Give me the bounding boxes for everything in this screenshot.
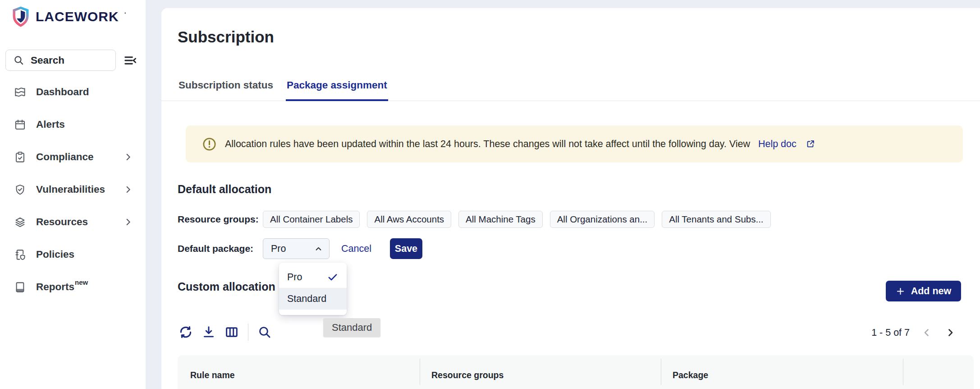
previous-page-button[interactable] — [920, 326, 933, 339]
alert-banner: Allocation rules have been updated withi… — [186, 125, 963, 162]
search-icon — [13, 55, 24, 66]
default-package-row: Default package: Pro Cancel Save — [178, 238, 422, 259]
sidebar-item-label: Resources — [36, 216, 123, 228]
tab-bar: Subscription status Package assignment — [161, 73, 980, 101]
column-divider — [903, 359, 903, 385]
chevron-left-icon — [921, 327, 932, 338]
default-allocation-heading: Default allocation — [178, 183, 271, 196]
resource-group-chip[interactable]: All Tenants and Subs... — [662, 211, 770, 228]
column-divider — [420, 359, 420, 385]
sidebar-item-label: Dashboard — [36, 86, 133, 98]
dropdown-option-standard[interactable]: Standard — [279, 288, 347, 310]
search-icon — [257, 325, 272, 339]
sidebar-item-resources[interactable]: Resources — [0, 206, 146, 238]
cancel-button[interactable]: Cancel — [341, 243, 371, 255]
table-header: Rule name Resource groups Package — [178, 355, 974, 389]
sidebar-item-label: Reports — [36, 281, 74, 293]
search-placeholder: Search — [31, 55, 64, 66]
table-search-button[interactable] — [256, 324, 273, 340]
sidebar: LACEWORK . Search — [0, 0, 146, 389]
chevron-right-icon — [123, 185, 133, 194]
compliance-icon — [14, 151, 26, 163]
sidebar-item-label: Policies — [36, 249, 133, 260]
plus-icon — [896, 287, 905, 296]
help-doc-link[interactable]: Help doc — [758, 139, 797, 150]
page-title: Subscription — [178, 28, 274, 46]
package-select-value: Pro — [271, 243, 314, 255]
sidebar-item-reports[interactable]: Reports new — [0, 271, 146, 303]
column-divider — [661, 359, 661, 385]
sidebar-item-policies[interactable]: Policies — [0, 238, 146, 271]
tab-package-assignment[interactable]: Package assignment — [286, 73, 388, 101]
save-button[interactable]: Save — [390, 238, 422, 259]
resource-group-chip[interactable]: All Aws Accounts — [367, 211, 451, 228]
standard-tooltip: Standard — [323, 318, 380, 337]
brand-logo[interactable]: LACEWORK . — [11, 6, 126, 28]
download-icon — [201, 325, 216, 339]
add-new-label: Add new — [911, 286, 952, 297]
resource-group-chip[interactable]: All Container Labels — [263, 211, 360, 228]
sidebar-item-alerts[interactable]: Alerts — [0, 108, 146, 141]
alerts-icon — [14, 118, 26, 131]
lacework-shield-icon — [11, 6, 30, 28]
alert-circle-icon — [202, 137, 217, 152]
search-input[interactable]: Search — [5, 50, 116, 71]
resource-group-chip[interactable]: All Organizations an... — [550, 211, 655, 228]
package-dropdown-menu: Pro Standard — [279, 263, 347, 315]
resource-groups-label: Resource groups: — [178, 214, 263, 225]
resources-icon — [14, 216, 26, 228]
chevron-up-icon — [314, 244, 323, 254]
sidebar-item-label: Compliance — [36, 151, 123, 163]
pagination-range: 1 - 5 of 7 — [871, 327, 910, 338]
columns-button[interactable] — [224, 324, 240, 340]
chevron-right-icon — [945, 327, 956, 338]
sidebar-item-label: Vulnerabilities — [36, 184, 123, 195]
custom-allocation-heading: Custom allocation — [178, 280, 275, 293]
toolbar-divider — [248, 324, 248, 341]
dashboard-icon — [14, 86, 26, 98]
refresh-button[interactable] — [178, 324, 194, 340]
sidebar-item-compliance[interactable]: Compliance — [0, 141, 146, 173]
sidebar-item-label: Alerts — [36, 119, 133, 130]
resource-groups-row: Resource groups: All Container Labels Al… — [178, 211, 771, 228]
collapse-sidebar-icon — [124, 54, 137, 67]
download-button[interactable] — [201, 324, 217, 340]
resource-group-chip[interactable]: All Machine Tags — [458, 211, 543, 228]
brand-wordmark: LACEWORK — [36, 9, 119, 24]
default-package-label: Default package: — [178, 243, 263, 254]
reports-icon — [14, 281, 26, 293]
columns-icon — [224, 325, 239, 339]
add-new-button[interactable]: Add new — [886, 281, 961, 301]
sidebar-item-vulnerabilities[interactable]: Vulnerabilities — [0, 173, 146, 206]
dropdown-option-label: Standard — [287, 293, 326, 305]
vulnerabilities-icon — [14, 183, 26, 196]
new-badge: new — [75, 278, 133, 286]
sidebar-item-dashboard[interactable]: Dashboard — [0, 76, 146, 108]
column-header-package: Package — [673, 370, 708, 380]
table-toolbar — [178, 324, 273, 341]
banner-message: Allocation rules have been updated withi… — [225, 139, 750, 150]
policies-icon — [14, 248, 26, 261]
column-header-resource-groups: Resource groups — [431, 370, 504, 380]
main-content: Subscription Subscription status Package… — [161, 8, 980, 389]
dropdown-option-pro[interactable]: Pro — [279, 266, 347, 288]
sidebar-nav: Dashboard Alerts Compliance — [0, 76, 146, 303]
refresh-icon — [178, 324, 193, 340]
external-link-icon[interactable] — [806, 139, 815, 149]
chevron-right-icon — [123, 152, 133, 162]
pagination: 1 - 5 of 7 — [871, 324, 957, 342]
check-icon — [327, 271, 339, 283]
resource-group-chips: All Container Labels All Aws Accounts Al… — [263, 211, 771, 228]
dropdown-option-label: Pro — [287, 272, 302, 283]
chevron-right-icon — [123, 217, 133, 227]
next-page-button[interactable] — [944, 326, 957, 339]
package-select[interactable]: Pro — [263, 238, 330, 259]
tab-subscription-status[interactable]: Subscription status — [178, 73, 274, 101]
brand-trademark: . — [124, 8, 126, 15]
column-header-rule-name: Rule name — [190, 370, 235, 380]
sidebar-collapse-button[interactable] — [123, 53, 138, 68]
